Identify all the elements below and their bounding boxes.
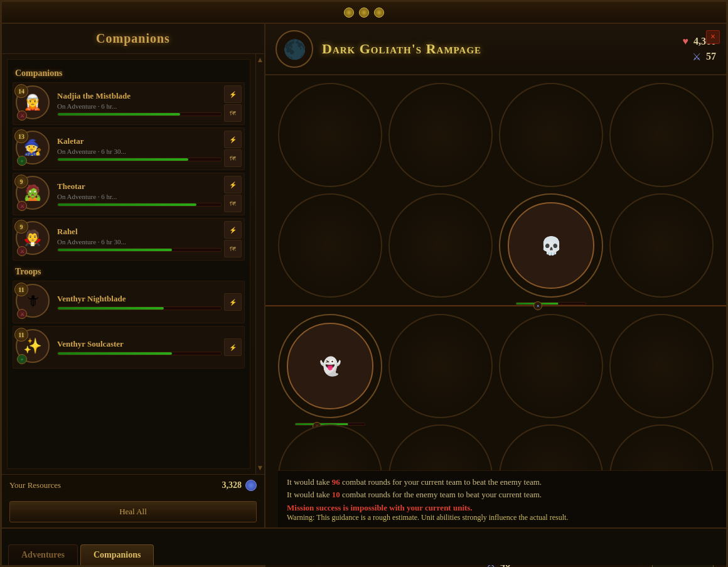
companion-item[interactable]: 🧙 13 + Kaletar On Adventure · 6 hr 30...…: [13, 127, 245, 170]
avatar-container: 🧙 13 +: [16, 131, 52, 167]
main-content: Companions Companions 🧝 14 ⚔ Nadjia the …: [2, 24, 726, 527]
mission-close-button[interactable]: ×: [706, 30, 720, 44]
outer-frame: Companions Companions 🧝 14 ⚔ Nadjia the …: [0, 0, 728, 567]
companion-status-icon: 🗺: [224, 104, 242, 122]
companion-icons: ⚡: [224, 338, 242, 356]
avatar-container: ✨ 11 +: [16, 329, 52, 365]
scroll-down-arrow[interactable]: ▼: [257, 463, 264, 473]
health-bar: [57, 112, 222, 116]
section-header-troops: Troops: [13, 263, 245, 281]
left-panel: Companions Companions 🧝 14 ⚔ Nadjia the …: [2, 24, 265, 527]
companion-name: Theotar: [57, 181, 222, 192]
enemy-slot[interactable]: [388, 83, 493, 187]
panel-title: Companions: [2, 24, 264, 54]
companion-name: Venthyr Soulcaster: [57, 339, 222, 349]
companion-ability-icon: ⚡: [224, 338, 242, 356]
player-unit: 👻: [287, 323, 373, 409]
companion-status: On Adventure · 6 hr 30...: [57, 148, 222, 155]
tab-companions[interactable]: Companions: [80, 544, 154, 565]
section-header-companions: Companions: [13, 65, 245, 82]
enemy-unit: 💀: [508, 202, 594, 289]
companion-status-icon: 🗺: [224, 149, 242, 167]
mission-title: Dark Goliath's Rampage: [322, 41, 481, 57]
player-slot[interactable]: [388, 314, 493, 418]
level-badge: 13: [14, 129, 28, 143]
enemy-slot[interactable]: [278, 83, 382, 187]
tab-adventures[interactable]: Adventures: [8, 544, 78, 565]
role-badge: ⚔: [17, 201, 27, 211]
companion-icons: ⚡ 🗺: [224, 131, 242, 167]
role-badge: +: [17, 156, 27, 166]
avatar-container: 🧛 9 ⚔: [16, 221, 52, 257]
unit-role-icon: ●: [533, 301, 542, 310]
enemy-slot[interactable]: 💀 ●: [499, 193, 603, 298]
enemy-slot[interactable]: [609, 193, 714, 298]
top-bar: [2, 2, 726, 24]
avatar-container: 🧝 14 ⚔: [16, 85, 52, 122]
resources-value: 3,328: [222, 480, 257, 491]
enemy-slot[interactable]: [388, 193, 493, 298]
enemy-grid: 💀 ●: [265, 75, 726, 306]
companion-name: Venthyr Nightblade: [57, 294, 222, 304]
companion-icons: ⚡: [224, 293, 242, 311]
level-badge: 11: [14, 328, 28, 342]
message-line: Mission success is impossible with your …: [287, 503, 717, 513]
mission-header: 🌑 Dark Goliath's Rampage ♥ 4,360 ⚔ 57 ×: [265, 24, 726, 75]
scroll-indicator: ▲ ▼: [255, 54, 264, 474]
level-badge: 9: [14, 220, 28, 234]
health-fill: [58, 113, 180, 116]
battle-area: 💀 ● 👻 ⚔: [265, 75, 726, 536]
enemy-slot[interactable]: [278, 193, 382, 298]
resources-bar: Your Resources 3,328: [2, 474, 264, 496]
companion-status: On Adventure · 6 hr...: [57, 102, 222, 110]
companion-name: Rahel: [57, 227, 222, 237]
enemy-attack-row: ⚔ 57: [692, 51, 716, 63]
companion-item[interactable]: 🧟 9 ⚔ Theotar On Adventure · 6 hr... ⚡ 🗺: [13, 173, 245, 215]
companion-ability-icon: ⚡: [224, 131, 242, 148]
companion-item[interactable]: ✨ 11 + Venthyr Soulcaster ⚡: [13, 326, 245, 369]
companion-icons: ⚡ 🗺: [224, 176, 242, 212]
companion-icons: ⚡ 🗺: [224, 85, 242, 122]
mission-icon: 🌑: [276, 30, 313, 68]
companion-name: Kaletar: [57, 136, 222, 146]
message-line: Warning: This guidance is a rough estima…: [287, 513, 717, 522]
companion-status-icon: 🗺: [224, 240, 242, 257]
player-slot[interactable]: [609, 314, 714, 418]
message-line: It would take 96 combat rounds for your …: [287, 476, 717, 489]
heal-all-button[interactable]: Heal All: [9, 501, 257, 522]
health-fill: [58, 307, 164, 310]
health-bar: [57, 203, 222, 207]
health-fill: [58, 203, 196, 206]
companion-ability-icon: ⚡: [224, 221, 242, 239]
resources-label: Your Resources: [9, 480, 61, 490]
health-fill: [58, 352, 172, 355]
health-bar: [57, 158, 222, 161]
companion-status: On Adventure · 6 hr 30...: [57, 238, 222, 246]
enemy-slot[interactable]: [609, 83, 714, 187]
health-bar: [57, 352, 222, 355]
bottom-tab-bar: AdventuresCompanions: [2, 527, 726, 565]
companion-status: On Adventure · 6 hr...: [57, 193, 222, 200]
role-badge: ⚔: [17, 309, 27, 319]
health-bar: [57, 306, 222, 310]
level-badge: 11: [14, 283, 28, 296]
sword-icon: ⚔: [692, 51, 701, 63]
level-badge: 9: [14, 175, 28, 188]
enemy-slot[interactable]: [499, 83, 603, 187]
player-slot[interactable]: 👻 ⚔: [278, 314, 382, 418]
companion-item[interactable]: 🧝 14 ⚔ Nadjia the Mistblade On Adventure…: [13, 82, 245, 125]
companion-ability-icon: ⚡: [224, 176, 242, 193]
player-slot[interactable]: [499, 314, 603, 418]
companion-item[interactable]: 🗡 11 ⚔ Venthyr Nightblade ⚡: [13, 281, 245, 323]
companion-ability-icon: ⚡: [224, 293, 242, 311]
unit-health-bar: [515, 302, 586, 305]
avatar-container: 🗡 11 ⚔: [16, 284, 52, 320]
avatar-container: 🧟 9 ⚔: [16, 176, 52, 212]
heart-icon: ♥: [683, 36, 689, 47]
companion-item[interactable]: 🧛 9 ⚔ Rahel On Adventure · 6 hr 30... ⚡ …: [13, 218, 245, 261]
companions-list[interactable]: Companions 🧝 14 ⚔ Nadjia the Mistblade O…: [7, 59, 250, 469]
level-badge: 14: [14, 84, 28, 98]
scroll-up-arrow[interactable]: ▲: [257, 55, 264, 65]
message-line: It would take 10 combat rounds for the e…: [287, 489, 717, 501]
enemy-attack-value: 57: [706, 51, 716, 62]
